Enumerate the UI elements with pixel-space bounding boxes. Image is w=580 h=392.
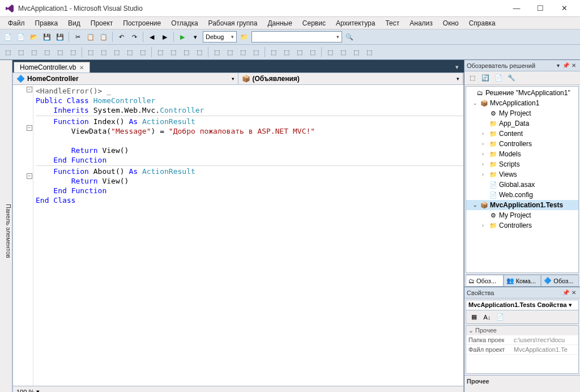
undo-icon[interactable]: ↶ [116, 31, 127, 42]
redo-icon[interactable]: ↷ [129, 31, 140, 42]
class-dropdown[interactable]: 🔷 HomeController [13, 73, 238, 84]
tb2-icon[interactable]: ⬚ [137, 46, 148, 58]
props-grid[interactable]: ⌄ Прочее Папка проекc:\users\тест\docu Ф… [466, 325, 579, 374]
show-all-icon[interactable]: 📄 [493, 73, 504, 84]
panel-pin-icon[interactable]: 📌 [562, 62, 570, 69]
menu-project[interactable]: Проект [86, 18, 118, 28]
zoom-level[interactable]: 100 % [16, 389, 34, 393]
fold-icon[interactable]: − [27, 173, 32, 179]
editor-tab[interactable]: HomeController.vb ✕ [14, 62, 90, 73]
props-category[interactable]: ⌄ Прочее [466, 326, 578, 335]
fold-icon[interactable]: − [27, 125, 32, 131]
tab-solution[interactable]: 🗂Обоз... [466, 275, 504, 287]
pages-icon[interactable]: 📄 [494, 312, 506, 323]
open-icon[interactable]: 📂 [28, 31, 40, 42]
tb2-icon[interactable]: ⬚ [54, 46, 66, 58]
toolbox-panel-tab[interactable]: Панель элементов [0, 60, 12, 392]
tb2-icon[interactable]: ⬚ [181, 46, 192, 58]
config-combo[interactable]: Debug [203, 31, 237, 42]
tree-item[interactable]: 📁App_Data [466, 118, 578, 129]
tree-item[interactable]: ⚙My Project [466, 210, 578, 220]
categorize-icon[interactable]: ▦ [468, 312, 480, 323]
tree-item[interactable]: 📄Web.config [466, 190, 578, 200]
menu-tools[interactable]: Сервис [298, 18, 330, 28]
minimize-button[interactable]: — [505, 2, 528, 15]
tb2-icon[interactable]: ⬚ [111, 46, 122, 58]
solution-tree[interactable]: 🗂Решение "MvcApplication1" ⌄📦MvcApplicat… [466, 86, 579, 273]
tab-close-icon[interactable]: ✕ [79, 65, 84, 71]
menu-view[interactable]: Вид [63, 18, 85, 28]
tab-team[interactable]: 👥Кома... [504, 275, 541, 287]
tb2-icon[interactable]: ⬚ [28, 46, 40, 58]
paste-icon[interactable]: 📋 [98, 31, 109, 42]
member-dropdown[interactable]: 📦 (Объявления) [238, 73, 464, 84]
start-drop-icon[interactable]: ▾ [190, 31, 201, 42]
add-item-icon[interactable]: 📄 [15, 31, 27, 42]
save-all-icon[interactable]: 💾 [54, 31, 66, 42]
tb2-icon[interactable]: ⬚ [15, 46, 27, 58]
menu-team[interactable]: Рабочая группа [204, 18, 262, 28]
tb2-icon[interactable]: ⬚ [211, 46, 223, 58]
zoom-drop-icon[interactable]: ▾ [36, 388, 40, 392]
sort-icon[interactable]: A↓ [481, 312, 493, 323]
tree-project-tests[interactable]: ⌄📦MvcApplication1.Tests [466, 200, 578, 210]
menu-help[interactable]: Справка [464, 18, 500, 28]
folder-icon[interactable]: 📁 [238, 31, 250, 42]
menu-window[interactable]: Окно [438, 18, 463, 28]
refresh-icon[interactable]: 🔄 [480, 73, 491, 84]
tab-dropdown-icon[interactable]: ▾ [451, 61, 463, 73]
fold-icon[interactable]: − [27, 87, 32, 92]
nav-fwd-icon[interactable]: ▶ [159, 31, 170, 42]
tb2-icon[interactable]: ⬚ [294, 46, 305, 58]
menu-analyze[interactable]: Анализ [405, 18, 437, 28]
prop-row[interactable]: Папка проекc:\users\тест\docu [466, 335, 578, 345]
menu-edit[interactable]: Правка [31, 18, 63, 28]
tree-item[interactable]: ›📁Models [466, 149, 578, 159]
tree-item[interactable]: 📄Global.asax [466, 180, 578, 190]
nav-back-icon[interactable]: ◀ [146, 31, 157, 42]
find-icon[interactable]: 🔍 [344, 31, 355, 42]
tab-class[interactable]: 🔷Обоз... [541, 275, 579, 287]
tb2-icon[interactable]: ⬚ [194, 46, 205, 58]
tree-solution[interactable]: 🗂Решение "MvcApplication1" [466, 88, 578, 98]
tb2-icon[interactable]: ⬚ [155, 46, 166, 58]
tree-item[interactable]: ›📁Scripts [466, 159, 578, 169]
tb2-icon[interactable]: ⬚ [67, 46, 79, 58]
panel-close-icon[interactable]: ✕ [570, 289, 578, 296]
tb2-icon[interactable]: ⬚ [98, 46, 109, 58]
tb2-icon[interactable]: ⬚ [281, 46, 292, 58]
cut-icon[interactable]: ✂ [72, 31, 83, 42]
menu-data[interactable]: Данные [263, 18, 296, 28]
tree-item[interactable]: ›📁Views [466, 169, 578, 180]
tree-project[interactable]: ⌄📦MvcApplication1 [466, 98, 578, 108]
menu-arch[interactable]: Архитектура [331, 18, 380, 28]
panel-pin-icon[interactable]: 📌 [562, 289, 570, 296]
panel-dropdown-icon[interactable]: ▾ [554, 62, 562, 69]
menu-file[interactable]: Файл [3, 18, 29, 28]
tb2-icon[interactable]: ⬚ [224, 46, 236, 58]
close-button[interactable]: ✕ [553, 2, 575, 15]
save-icon[interactable]: 💾 [41, 31, 53, 42]
properties-icon[interactable]: 🔧 [506, 73, 517, 84]
tb2-icon[interactable]: ⬚ [268, 46, 279, 58]
tb2-icon[interactable]: ⬚ [364, 46, 375, 58]
start-icon[interactable]: ▶ [177, 31, 188, 42]
menu-test[interactable]: Тест [381, 18, 404, 28]
code-editor[interactable]: − − − <HandleError()> _ Public Class Hom… [12, 85, 464, 386]
new-project-icon[interactable]: 📄 [2, 31, 14, 42]
prop-row[interactable]: Файл проектMvcApplication1.Te [466, 345, 578, 355]
maximize-button[interactable]: ☐ [529, 2, 552, 15]
menu-build[interactable]: Построение [118, 18, 165, 28]
tb2-icon[interactable]: ⬚ [85, 46, 96, 58]
panel-close-icon[interactable]: ✕ [570, 62, 578, 69]
props-object[interactable]: MvcApplication1.Tests Свойства ▾ [466, 300, 579, 310]
copy-icon[interactable]: 📋 [85, 31, 96, 42]
tb2-icon[interactable]: ⬚ [250, 46, 262, 58]
tree-item[interactable]: ›📁Controllers [466, 139, 578, 149]
tree-item[interactable]: ›📁Controllers [466, 220, 578, 231]
tree-item[interactable]: ›📁Content [466, 129, 578, 139]
tb2-icon[interactable]: ⬚ [338, 46, 349, 58]
tree-item[interactable]: ⚙My Project [466, 108, 578, 118]
tb2-icon[interactable]: ⬚ [168, 46, 179, 58]
solution-tb-icon[interactable]: ⬚ [467, 73, 478, 84]
